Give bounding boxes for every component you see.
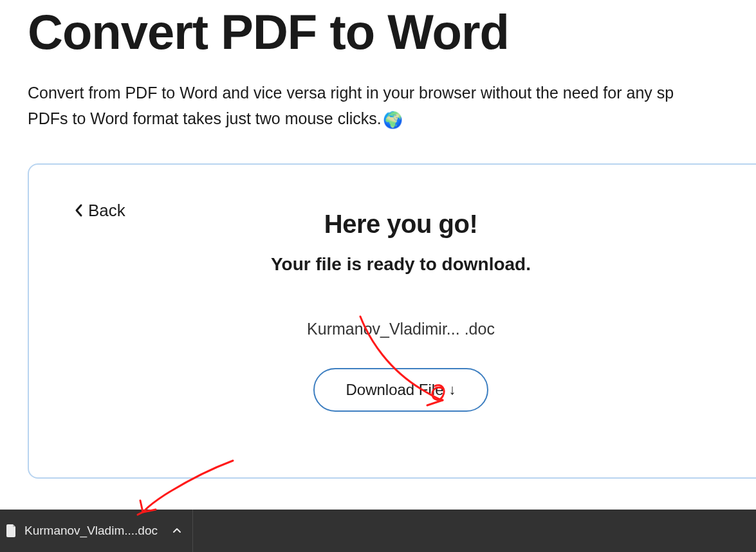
chevron-up-icon[interactable] <box>172 526 182 536</box>
download-shelf: Kurmanov_Vladim....doc <box>0 510 756 552</box>
back-button[interactable]: Back <box>74 201 125 221</box>
result-card: Back Here you go! Your file is ready to … <box>28 163 756 479</box>
globe-icon: 🌍 <box>383 107 403 133</box>
result-heading: Here you go! <box>208 210 594 239</box>
page-subtitle-line-1: Convert from PDF to Word and vice versa … <box>28 80 756 106</box>
download-shelf-item[interactable]: Kurmanov_Vladim....doc <box>0 510 193 552</box>
download-shelf-item-label: Kurmanov_Vladim....doc <box>24 524 164 538</box>
page-subtitle-line-2: PDFs to Word format takes just two mouse… <box>28 106 756 133</box>
result-filename: Kurmanov_Vladimir... .doc <box>208 320 594 338</box>
download-file-button-label: Download File <box>346 381 443 399</box>
download-file-button[interactable]: Download File ↓ <box>313 368 488 412</box>
back-button-label: Back <box>88 201 125 221</box>
result-subheading: Your file is ready to download. <box>208 254 594 275</box>
download-arrow-icon: ↓ <box>449 382 456 398</box>
page-subtitle-line-2-text: PDFs to Word format takes just two mouse… <box>28 109 382 127</box>
chevron-left-icon <box>74 203 84 218</box>
page-title: Convert PDF to Word <box>28 6 756 58</box>
document-icon <box>6 524 17 537</box>
